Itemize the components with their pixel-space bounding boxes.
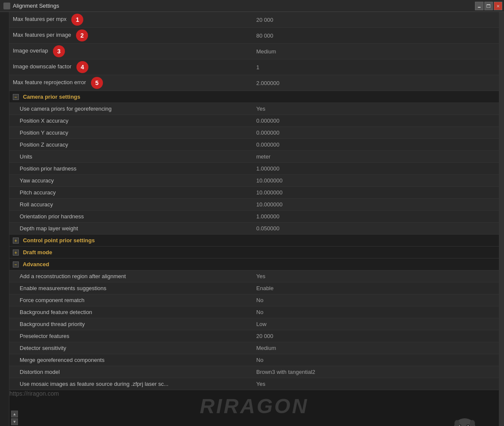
row-value: Yes (253, 270, 499, 282)
table-row: Add a reconstruction region after alignm… (9, 270, 499, 282)
annotation-5: 5 (91, 77, 103, 89)
camera-prior-toggle[interactable]: − (13, 94, 19, 100)
row-label: Max feature reprojection error 5 (9, 75, 253, 91)
row-label: Roll accuracy (9, 199, 253, 211)
title-bar: Alignment Settings 🗕 🗖 ✕ (0, 0, 504, 12)
advanced-toggle[interactable]: − (13, 261, 19, 267)
row-label: Position Y accuracy (9, 127, 253, 139)
maximize-button[interactable]: 🗖 (484, 2, 493, 10)
table-row: Roll accuracy 10.000000 (9, 199, 499, 211)
row-label: Use camera priors for georeferencing (9, 103, 253, 115)
row-value: 10.000000 (253, 175, 499, 187)
minimize-button[interactable]: 🗕 (475, 2, 483, 10)
row-value: Low (253, 318, 499, 330)
table-row: Background thread priority Low (9, 318, 499, 330)
table-row: Position X accuracy 0.000000 (9, 115, 499, 127)
table-row: Orientation prior hardness 1.000000 (9, 211, 499, 223)
left-sidebar (0, 12, 9, 426)
row-label: Position prior hardness (9, 163, 253, 175)
draft-mode-section-header: + Draft mode (9, 247, 499, 259)
row-label: Position X accuracy (9, 115, 253, 127)
row-value: meter (253, 151, 499, 163)
row-value: Brown3 with tangential2 (253, 366, 499, 378)
annotation-3: 3 (53, 45, 65, 57)
table-row: Use mosaic images as feature source duri… (9, 378, 499, 390)
row-label: Depth map layer weight (9, 223, 253, 235)
watermark-text: RIRAGON (200, 394, 309, 418)
close-button[interactable]: ✕ (494, 2, 502, 10)
gorilla-logo (439, 411, 490, 426)
table-row: Background feature detection No (9, 306, 499, 318)
table-row: Position prior hardness 1.000000 (9, 163, 499, 175)
row-value: 20 000 (253, 330, 499, 342)
draft-mode-toggle[interactable]: + (13, 250, 19, 256)
sidebar-btn-1[interactable]: ▲ (11, 411, 18, 417)
settings-panel[interactable]: Max features per mpx 1 20 000 Max featur… (9, 12, 499, 426)
row-value: 80 000 (253, 28, 499, 44)
window-title: Alignment Settings (13, 3, 59, 9)
row-label: Yaw accuracy (9, 175, 253, 187)
camera-prior-header: Camera prior settings (23, 94, 80, 100)
scrollbar[interactable] (499, 12, 504, 426)
row-value: 0.000000 (253, 115, 499, 127)
row-value: 2.000000 (253, 75, 499, 91)
table-row: Detector sensitivity Medium (9, 342, 499, 354)
row-value: Yes (253, 378, 499, 390)
table-row: Merge georeferenced components No (9, 354, 499, 366)
row-label: Image overlap 3 (9, 44, 253, 59)
row-value: 1.000000 (253, 163, 499, 175)
row-label: Add a reconstruction region after alignm… (9, 270, 253, 282)
draft-mode-header: Draft mode (23, 249, 53, 256)
annotation-1: 1 (71, 14, 83, 26)
advanced-section-header: − Advanced (9, 259, 499, 270)
settings-table: Max features per mpx 1 20 000 Max featur… (9, 12, 499, 390)
control-point-toggle[interactable]: + (13, 238, 19, 244)
row-value: 20 000 (253, 12, 499, 28)
website-text: https://riragon.com (9, 390, 59, 397)
row-value: No (253, 306, 499, 318)
row-label: Use mosaic images as feature source duri… (9, 378, 253, 390)
table-row: Use camera priors for georeferencing Yes (9, 103, 499, 115)
table-row: Units meter (9, 151, 499, 163)
row-label: Force component rematch (9, 294, 253, 306)
row-label: Image downscale factor 4 (9, 59, 253, 75)
window-controls: 🗕 🗖 ✕ (475, 2, 502, 10)
table-row: Position Z accuracy 0.000000 (9, 139, 499, 151)
content-area: Max features per mpx 1 20 000 Max featur… (0, 12, 504, 426)
table-row: Distortion model Brown3 with tangential2 (9, 366, 499, 378)
control-point-header: Control point prior settings (23, 237, 95, 244)
row-label: Preselector features (9, 330, 253, 342)
sidebar-buttons: ▲ ▼ ▼ (11, 411, 18, 426)
table-row: Max features per mpx 1 20 000 (9, 12, 499, 28)
annotation-4: 4 (76, 61, 88, 73)
table-row: Position Y accuracy 0.000000 (9, 127, 499, 139)
table-row: Force component rematch No (9, 294, 499, 306)
row-value: No (253, 354, 499, 366)
row-value: Enable (253, 282, 499, 294)
row-value: 1 (253, 59, 499, 75)
sidebar-btn-2[interactable]: ▼ (11, 418, 18, 425)
row-label: Position Z accuracy (9, 139, 253, 151)
row-label: Units (9, 151, 253, 163)
row-label: Background thread priority (9, 318, 253, 330)
window: Alignment Settings 🗕 🗖 ✕ Max features pe… (0, 0, 504, 426)
row-value: 0.000000 (253, 139, 499, 151)
row-label: Merge georeferenced components (9, 354, 253, 366)
row-value: 10.000000 (253, 187, 499, 199)
row-label: Max features per mpx 1 (9, 12, 253, 28)
row-value: 0.050000 (253, 223, 499, 235)
app-icon (3, 3, 10, 9)
row-value: No (253, 294, 499, 306)
row-value: Medium (253, 342, 499, 354)
row-label: Enable measurements suggestions (9, 282, 253, 294)
table-row: Depth map layer weight 0.050000 (9, 223, 499, 235)
table-row: Pitch accuracy 10.000000 (9, 187, 499, 199)
row-value: 0.000000 (253, 127, 499, 139)
row-label: Background feature detection (9, 306, 253, 318)
row-label: Pitch accuracy (9, 187, 253, 199)
row-label: Orientation prior hardness (9, 211, 253, 223)
row-value: 10.000000 (253, 199, 499, 211)
camera-prior-section-header: − Camera prior settings (9, 91, 499, 103)
row-label: Detector sensitivity (9, 342, 253, 354)
row-value: Yes (253, 103, 499, 115)
